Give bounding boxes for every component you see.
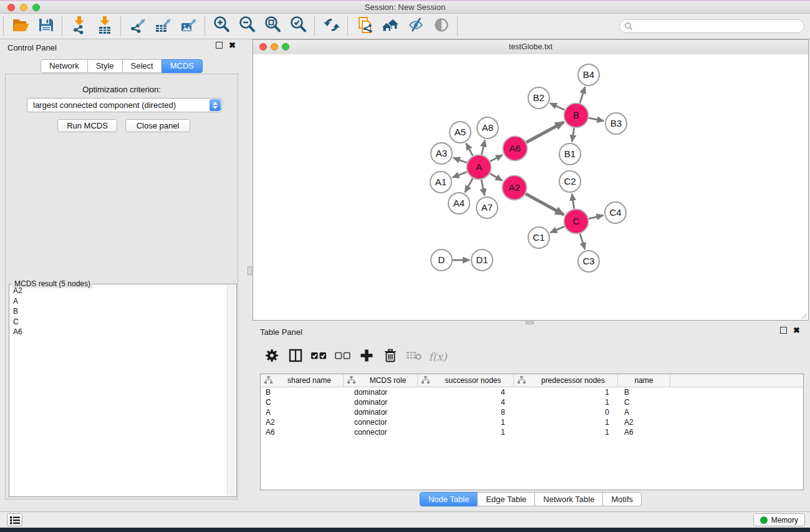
graph-node-A5[interactable]: A5 [450,122,471,143]
table-settings-button[interactable] [260,347,284,367]
column-header-name[interactable]: name [618,374,670,387]
edge-A-A7[interactable] [481,180,485,195]
result-item[interactable]: A6 [10,327,228,337]
add-column-button[interactable] [355,347,378,367]
tab-network-table[interactable]: Network Table [534,492,603,506]
copy-view-button[interactable] [352,15,377,37]
edge-A6-B[interactable] [526,122,564,143]
show-all-columns-button[interactable] [307,347,331,367]
zoom-window-button[interactable] [32,4,40,11]
close-window-button[interactable] [7,4,15,11]
refresh-button[interactable] [319,15,344,37]
zoom-out-button[interactable] [234,15,260,37]
memory-button[interactable]: Memory [753,513,805,526]
result-item[interactable]: A [10,296,228,307]
close-panel-button[interactable]: Close panel [125,119,190,132]
edge-A-A1[interactable] [453,172,467,178]
table-row[interactable]: Cdominator41C [261,397,803,407]
hide-panel-button[interactable] [403,15,428,37]
edge-A-A8[interactable] [481,140,485,155]
edge-A2-C[interactable] [526,194,564,215]
result-item[interactable]: A2 [10,286,228,296]
edge-A-A3[interactable] [453,158,467,163]
network-canvas[interactable]: B4B2BB3A5A8A6A3AB1A1C2A2A4A7C4CC1DD1C3 [253,54,808,320]
network-zoom-button[interactable] [282,43,289,51]
network-close-button[interactable] [259,43,267,51]
search-input[interactable] [633,22,804,31]
edge-C-C3[interactable] [580,234,585,249]
show-view-button[interactable] [428,15,454,37]
export-network-button[interactable] [125,15,150,37]
hide-all-columns-button[interactable] [331,347,355,367]
edge-C-C1[interactable] [550,226,564,233]
graph-node-B[interactable]: B [564,104,589,128]
graph-node-C[interactable]: C [564,210,589,234]
vertical-split-handle[interactable] [248,266,252,275]
edge-C-C2[interactable] [572,194,574,209]
edge-A-A2[interactable] [490,173,503,180]
export-image-button[interactable] [176,15,201,37]
delete-column-button[interactable] [378,347,402,367]
search-field[interactable] [619,19,804,33]
import-network-button[interactable] [66,15,92,37]
graph-node-A7[interactable]: A7 [476,197,498,218]
tab-mcds[interactable]: MCDS [162,59,203,73]
graph-node-A3[interactable]: A3 [431,143,452,164]
graph-node-B2[interactable]: B2 [528,87,549,109]
tab-node-table[interactable]: Node Table [420,492,478,506]
tab-motifs[interactable]: Motifs [602,492,642,506]
edge-B-B2[interactable] [550,103,564,110]
result-scrollbar[interactable] [227,285,236,496]
zoom-selected-button[interactable] [286,15,311,37]
table-row[interactable]: A6connector11A6 [261,427,803,437]
table-float-panel-icon[interactable] [780,327,787,334]
graph-node-A6[interactable]: A6 [503,137,528,161]
zoom-fit-button[interactable] [260,15,286,37]
graph-node-C3[interactable]: C3 [578,251,599,272]
graph-node-A1[interactable]: A1 [430,172,451,193]
minimize-window-button[interactable] [20,4,27,11]
edge-C-C4[interactable] [589,215,603,218]
task-history-button[interactable] [7,513,22,526]
resize-grip[interactable] [800,312,808,319]
float-panel-icon[interactable] [216,42,223,49]
column-header-predecessor-nodes[interactable]: predecessor nodes [514,374,618,387]
edge-B-B1[interactable] [572,128,574,142]
column-header-successor-nodes[interactable]: successor nodes [418,374,514,387]
import-table-button[interactable] [92,15,117,37]
tab-edge-table[interactable]: Edge Table [477,492,535,506]
graph-node-A4[interactable]: A4 [448,193,470,214]
table-close-panel-icon[interactable]: ✖ [793,327,800,334]
run-mcds-button[interactable]: Run MCDS [57,119,117,132]
table-row[interactable]: Adominator80A [261,407,803,417]
export-table-button[interactable] [150,15,176,37]
tab-style[interactable]: Style [87,59,123,73]
tab-select[interactable]: Select [122,59,162,73]
column-header-shared-name[interactable]: shared name [261,374,344,387]
home-view-button[interactable] [377,15,403,37]
criterion-dropdown[interactable]: largest connected component (directed) [27,98,222,112]
graph-node-D[interactable]: D [431,249,452,271]
graph-node-B3[interactable]: B3 [605,113,627,134]
column-layout-button[interactable] [284,347,307,367]
edge-A-A4[interactable] [465,178,473,193]
graph-node-A8[interactable]: A8 [477,117,498,138]
table-row[interactable]: Bdominator41B [261,387,803,397]
edge-A-A6[interactable] [490,155,503,161]
network-window-titlebar[interactable]: testGlobe.txt [253,40,808,55]
graph-node-A[interactable]: A [467,155,491,180]
close-panel-icon[interactable]: ✖ [229,42,236,49]
graph-node-C2[interactable]: C2 [559,171,581,192]
edge-B-B3[interactable] [589,118,604,121]
result-item[interactable]: C [10,317,228,327]
network-minimize-button[interactable] [271,43,278,51]
open-file-button[interactable] [7,15,33,37]
graph-node-B4[interactable]: B4 [578,64,599,85]
zoom-in-button[interactable] [209,15,234,37]
tab-network[interactable]: Network [41,59,88,73]
graph-node-B1[interactable]: B1 [559,143,581,165]
save-session-button[interactable] [33,15,59,37]
graph-node-C4[interactable]: C4 [605,202,626,223]
edge-B-B4[interactable] [580,87,585,103]
result-item[interactable]: B [10,306,228,317]
